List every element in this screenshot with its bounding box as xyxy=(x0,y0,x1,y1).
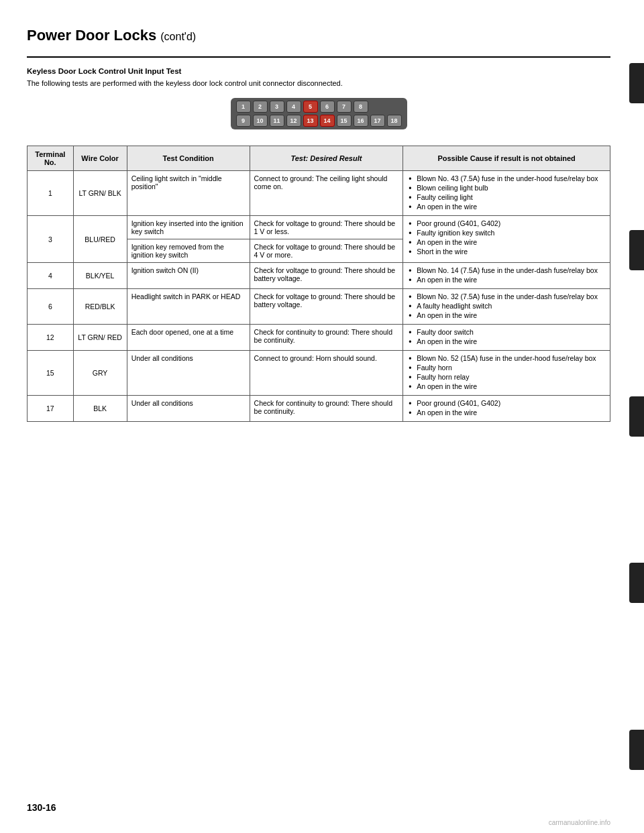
cause-item: An open in the wire xyxy=(407,238,606,246)
connector-top-row: 1 2 3 4 5 6 7 8 xyxy=(236,101,402,113)
cell-result-0-0: Connect to ground: The ceiling light sho… xyxy=(250,171,403,216)
page-number: 130-16 xyxy=(27,802,56,813)
cause-item: A faulty headlight switch xyxy=(407,302,606,310)
cell-result-4-0: Check for continuity to ground: There sh… xyxy=(250,325,403,351)
connector-diagram: 1 2 3 4 5 6 7 8 9 10 11 12 13 14 15 16 1… xyxy=(27,98,610,129)
pin-15: 15 xyxy=(337,115,352,127)
table-row: 6RED/BLKHeadlight switch in PARK or HEAD… xyxy=(28,289,610,325)
pin-5: 5 xyxy=(303,101,318,113)
cause-item: Poor ground (G401, G402) xyxy=(407,219,606,227)
watermark: carmanualonline.info xyxy=(549,819,610,826)
binding-tab-5 xyxy=(629,730,644,770)
section-heading: Keyless Door Lock Control Unit Input Tes… xyxy=(27,67,610,75)
pin-14: 14 xyxy=(320,115,335,127)
pin-10: 10 xyxy=(253,115,268,127)
cell-result-5-0: Connect to ground: Horn should sound. xyxy=(250,351,403,396)
header-possible-cause: Possible Cause if result is not obtained xyxy=(403,146,610,171)
cause-item: Blown No. 52 (15A) fuse in the under-hoo… xyxy=(407,354,606,362)
pin-7: 7 xyxy=(337,101,352,113)
cell-condition-2-0: Ignition switch ON (II) xyxy=(127,263,250,289)
input-test-table: Terminal No. Wire Color Test Condition T… xyxy=(27,146,610,422)
cell-cause-2: Blown No. 14 (7.5A) fuse in the under-da… xyxy=(403,263,610,289)
cell-condition-4-0: Each door opened, one at a time xyxy=(127,325,250,351)
binding-tab-1 xyxy=(629,63,644,103)
cell-wire-0: LT GRN/ BLK xyxy=(73,171,127,216)
cause-item: Faulty ignition key switch xyxy=(407,229,606,237)
cause-item: Blown No. 43 (7.5A) fuse in the under-ho… xyxy=(407,174,606,182)
cell-condition-1-1: Ignition key removed from the ignition k… xyxy=(127,239,250,263)
cell-cause-4: Faulty door switchAn open in the wire xyxy=(403,325,610,351)
cell-condition-3-0: Headlight switch in PARK or HEAD xyxy=(127,289,250,325)
pin-2: 2 xyxy=(253,101,268,113)
cause-item: An open in the wire xyxy=(407,408,606,416)
section-description: The following tests are performed with t… xyxy=(27,79,610,87)
table-row: 12LT GRN/ REDEach door opened, one at a … xyxy=(28,325,610,351)
cause-item: Blown No. 32 (7.5A) fuse in the under-da… xyxy=(407,292,606,300)
title-sub: (cont'd) xyxy=(160,31,196,42)
cell-terminal-3: 6 xyxy=(28,289,74,325)
cell-condition-5-0: Under all conditions xyxy=(127,351,250,396)
cause-item: Poor ground (G401, G402) xyxy=(407,399,606,407)
cell-result-1-1: Check for voltage to ground: There shoul… xyxy=(250,239,403,263)
pin-9: 9 xyxy=(236,115,251,127)
cause-item: Faulty horn relay xyxy=(407,373,606,381)
cause-item: An open in the wire xyxy=(407,382,606,390)
cell-result-3-0: Check for voltage to ground: There shoul… xyxy=(250,289,403,325)
cell-cause-1: Poor ground (G401, G402)Faulty ignition … xyxy=(403,216,610,263)
cell-terminal-1: 3 xyxy=(28,216,74,263)
cell-cause-3: Blown No. 32 (7.5A) fuse in the under-da… xyxy=(403,289,610,325)
connector-box: 1 2 3 4 5 6 7 8 9 10 11 12 13 14 15 16 1… xyxy=(231,98,407,129)
header-wire-color: Wire Color xyxy=(73,146,127,171)
title-main: Power Door Locks xyxy=(27,27,156,44)
cell-cause-6: Poor ground (G401, G402)An open in the w… xyxy=(403,396,610,422)
cell-wire-1: BLU/RED xyxy=(73,216,127,263)
binding-tabs xyxy=(624,0,644,833)
binding-tab-2 xyxy=(629,230,644,270)
pin-6: 6 xyxy=(320,101,335,113)
cell-result-1-0: Check for voltage to ground: There shoul… xyxy=(250,216,403,239)
cause-item: Faulty horn xyxy=(407,364,606,372)
cause-item: Faulty ceiling light xyxy=(407,193,606,201)
cause-item: An open in the wire xyxy=(407,203,606,211)
cell-wire-6: BLK xyxy=(73,396,127,422)
pin-13: 13 xyxy=(303,115,318,127)
cell-terminal-2: 4 xyxy=(28,263,74,289)
binding-tab-4 xyxy=(629,563,644,603)
cell-wire-4: LT GRN/ RED xyxy=(73,325,127,351)
cell-cause-0: Blown No. 43 (7.5A) fuse in the under-ho… xyxy=(403,171,610,216)
cell-condition-0-0: Ceiling light switch in "middle position… xyxy=(127,171,250,216)
header-test-condition: Test Condition xyxy=(127,146,250,171)
cell-result-6-0: Check for continuity to ground: There sh… xyxy=(250,396,403,422)
connector-bottom-row: 9 10 11 12 13 14 15 16 17 18 xyxy=(236,115,402,127)
cell-result-2-0: Check for voltage to ground: There shoul… xyxy=(250,263,403,289)
cause-item: Short in the wire xyxy=(407,247,606,256)
cell-terminal-6: 17 xyxy=(28,396,74,422)
pin-3: 3 xyxy=(270,101,284,113)
cause-item: An open in the wire xyxy=(407,276,606,284)
cell-terminal-5: 15 xyxy=(28,351,74,396)
pin-16: 16 xyxy=(354,115,368,127)
pin-18: 18 xyxy=(387,115,402,127)
binding-tab-3 xyxy=(629,396,644,437)
cause-item: Blown ceiling light bulb xyxy=(407,184,606,192)
cell-wire-5: GRY xyxy=(73,351,127,396)
cell-cause-5: Blown No. 52 (15A) fuse in the under-hoo… xyxy=(403,351,610,396)
cause-item: An open in the wire xyxy=(407,337,606,345)
pin-8: 8 xyxy=(354,101,368,113)
table-row: 4BLK/YELIgnition switch ON (II)Check for… xyxy=(28,263,610,289)
pin-1: 1 xyxy=(236,101,251,113)
page-title: Power Door Locks (cont'd) xyxy=(27,27,610,44)
cause-item: Faulty door switch xyxy=(407,328,606,336)
cause-item: An open in the wire xyxy=(407,311,606,319)
title-divider xyxy=(27,56,610,58)
table-row: 17BLKUnder all conditionsCheck for conti… xyxy=(28,396,610,422)
pin-12: 12 xyxy=(286,115,301,127)
cause-item: Blown No. 14 (7.5A) fuse in the under-da… xyxy=(407,266,606,274)
cell-condition-1-0: Ignition key inserted into the ignition … xyxy=(127,216,250,239)
cell-condition-6-0: Under all conditions xyxy=(127,396,250,422)
table-row: 3BLU/REDIgnition key inserted into the i… xyxy=(28,216,610,239)
table-row: 1LT GRN/ BLKCeiling light switch in "mid… xyxy=(28,171,610,216)
cell-terminal-4: 12 xyxy=(28,325,74,351)
cell-wire-2: BLK/YEL xyxy=(73,263,127,289)
pin-11: 11 xyxy=(270,115,284,127)
